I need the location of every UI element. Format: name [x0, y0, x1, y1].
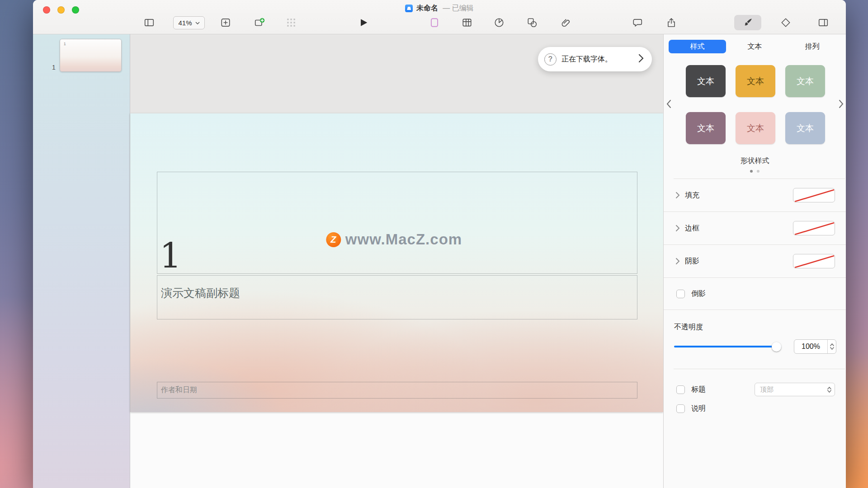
- document-title: 未命名: [416, 4, 438, 13]
- preset-swatch[interactable]: 文本: [785, 112, 825, 144]
- title-option-label: 标题: [691, 385, 706, 394]
- fill-label: 填充: [685, 191, 699, 200]
- format-brush-icon: [741, 15, 755, 30]
- document-setup-icon[interactable]: [816, 15, 830, 30]
- dropdown-stepper-icons: [827, 387, 831, 393]
- title-checkbox[interactable]: [676, 385, 685, 394]
- play-icon[interactable]: [357, 15, 370, 30]
- slide-thumbnail[interactable]: 1: [60, 39, 122, 72]
- opacity-label: 不透明度: [664, 323, 846, 332]
- format-brush-active-pill[interactable]: [734, 15, 761, 30]
- watermark-z-badge: Z: [326, 232, 341, 247]
- chevron-right-icon[interactable]: [638, 54, 644, 65]
- shadow-row[interactable]: 阴影: [664, 245, 846, 278]
- titlebar: 未命名 — 已编辑 41%: [33, 0, 846, 34]
- title-position-dropdown[interactable]: 顶部: [755, 383, 835, 396]
- thumbnail-title-mark: 1: [64, 42, 66, 46]
- window-title-area: 未命名 — 已编辑: [33, 4, 846, 13]
- table-icon[interactable]: [460, 15, 474, 30]
- opacity-stepper[interactable]: [827, 340, 836, 353]
- share-icon[interactable]: [665, 15, 678, 30]
- page-dot[interactable]: [757, 170, 760, 173]
- caption-label: 说明: [691, 404, 706, 413]
- subtitle-placeholder-box[interactable]: 演示文稿副标题: [157, 275, 637, 319]
- slide-title-text: 1: [160, 239, 181, 273]
- disclosure-chevron-icon[interactable]: [675, 192, 680, 199]
- chevron-down-icon: [827, 390, 831, 393]
- disclosure-chevron-icon[interactable]: [675, 258, 680, 265]
- border-none-swatch[interactable]: [793, 221, 835, 235]
- divider: [674, 369, 845, 369]
- title-option-row: 标题 顶部: [664, 380, 846, 399]
- keynote-app-icon: [405, 5, 413, 12]
- stepper-down-icon: [830, 347, 834, 350]
- title-placeholder-box[interactable]: 1: [157, 172, 637, 274]
- notification-text: 正在下载字体。: [561, 55, 612, 64]
- opacity-value-field[interactable]: 100%: [794, 339, 836, 354]
- page-dot-active[interactable]: [750, 170, 753, 173]
- slider-track[interactable]: [674, 346, 781, 347]
- chevron-down-icon: [195, 22, 200, 24]
- opacity-slider[interactable]: [674, 342, 781, 352]
- preset-swatch[interactable]: 文本: [736, 112, 775, 144]
- reflection-row: 倒影: [664, 278, 846, 310]
- author-placeholder-box[interactable]: 作者和日期: [157, 382, 637, 399]
- text-box-icon[interactable]: [428, 15, 441, 30]
- canvas-lower-area: [130, 412, 663, 488]
- slider-knob[interactable]: [772, 342, 781, 352]
- preset-grid: 文本 文本 文本 文本 文本 文本: [686, 65, 825, 144]
- opacity-value: 100%: [794, 340, 827, 353]
- tab-arrange[interactable]: 排列: [783, 40, 841, 53]
- zoom-value: 41%: [178, 19, 192, 27]
- zoom-control[interactable]: 41%: [173, 16, 205, 29]
- slide-number: 1: [52, 64, 56, 72]
- stepper-up-icon: [830, 343, 834, 346]
- disclosure-chevron-icon[interactable]: [675, 225, 680, 232]
- shadow-none-swatch[interactable]: [793, 254, 835, 268]
- insert-icon[interactable]: [253, 15, 266, 30]
- tab-style[interactable]: 样式: [669, 40, 726, 53]
- preset-swatch[interactable]: 文本: [686, 112, 726, 144]
- watermark: Z www.MacZ.com: [326, 231, 462, 248]
- font-download-notification[interactable]: ? 正在下载字体。: [538, 47, 652, 71]
- toolbar: 41%: [33, 15, 846, 33]
- border-label: 边框: [685, 224, 699, 233]
- caption-checkbox[interactable]: [676, 404, 685, 413]
- shape-icon[interactable]: [525, 15, 539, 30]
- question-circle-icon: ?: [544, 53, 557, 66]
- view-icon[interactable]: [142, 15, 156, 30]
- chevron-up-icon: [827, 387, 831, 389]
- media-icon[interactable]: [559, 15, 573, 30]
- preset-swatch[interactable]: 文本: [686, 65, 726, 97]
- border-row[interactable]: 边框: [664, 212, 846, 245]
- animate-icon[interactable]: [779, 15, 793, 30]
- comment-icon[interactable]: [631, 15, 644, 30]
- author-placeholder-text: 作者和日期: [161, 385, 197, 395]
- document-edited-status: — 已编辑: [443, 4, 473, 13]
- slide-navigator: 1 1: [33, 34, 130, 488]
- caption-option-row: 说明: [664, 399, 846, 418]
- presets-next-icon[interactable]: [839, 99, 844, 110]
- title-position-value: 顶部: [760, 385, 774, 394]
- preset-swatch[interactable]: 文本: [785, 65, 825, 97]
- fill-row[interactable]: 填充: [664, 179, 846, 212]
- subtitle-placeholder-text: 演示文稿副标题: [161, 286, 240, 300]
- slide-editing-area[interactable]: 1 演示文稿副标题 作者和日期 Z www.MacZ.com: [130, 113, 663, 412]
- add-slide-icon[interactable]: [219, 15, 232, 30]
- style-presets: 文本 文本 文本 文本 文本 文本: [664, 65, 846, 144]
- fill-none-swatch[interactable]: [793, 188, 835, 202]
- opacity-section: 不透明度 100%: [664, 310, 846, 354]
- keynote-window: 未命名 — 已编辑 41%: [33, 0, 846, 488]
- slide-thumbnail-row: 1 1: [52, 39, 122, 72]
- tab-text[interactable]: 文本: [726, 40, 783, 53]
- chart-icon[interactable]: [492, 15, 506, 30]
- format-inspector: 样式 文本 排列 文本 文本 文本 文本 文本 文本: [663, 34, 846, 488]
- preset-page-dots[interactable]: [664, 170, 846, 173]
- shadow-label: 阴影: [685, 257, 699, 266]
- preset-swatch[interactable]: 文本: [736, 65, 775, 97]
- reflection-label: 倒影: [691, 289, 706, 299]
- guides-grid-icon[interactable]: [284, 15, 298, 30]
- presets-prev-icon[interactable]: [666, 99, 671, 110]
- inspector-tabs: 样式 文本 排列: [669, 40, 841, 53]
- reflection-checkbox[interactable]: [676, 290, 685, 298]
